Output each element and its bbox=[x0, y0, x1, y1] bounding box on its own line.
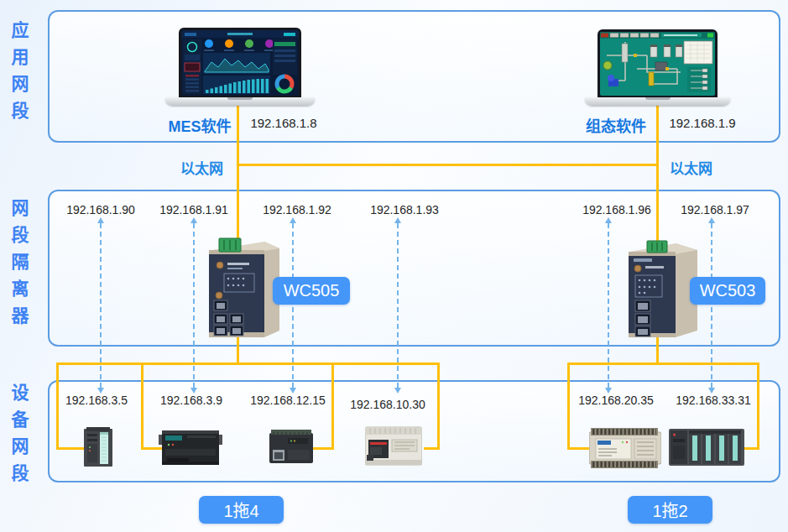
node-ip-3: 192.168.12.15 bbox=[237, 394, 338, 407]
wire-drop-6-stub bbox=[742, 447, 759, 450]
laptop-base bbox=[585, 97, 730, 106]
siemens-s7-300-plc bbox=[84, 427, 112, 468]
isolator-port-ip-1: 192.168.1.90 bbox=[50, 203, 151, 216]
scada-computer bbox=[585, 29, 730, 107]
isolator-port-ip-3: 192.168.1.92 bbox=[247, 203, 347, 216]
one-to-four-badge: 1拖4 bbox=[199, 496, 284, 524]
wc505-model-badge: WC505 bbox=[273, 277, 350, 305]
section-label-application: 应用网段 bbox=[8, 21, 29, 128]
wire-bus-right bbox=[567, 362, 759, 365]
network-topology-diagram: 应用网段 网段隔离器 设备网段 bbox=[0, 0, 788, 532]
mapping-arrow-6 bbox=[711, 223, 712, 388]
isolator-port-ip-2: 192.168.1.91 bbox=[144, 203, 244, 216]
delta-dvp-plc bbox=[589, 427, 661, 469]
wire-bus-left bbox=[56, 362, 440, 365]
mapping-arrow-2 bbox=[193, 223, 195, 388]
scada-hmi-screen bbox=[598, 29, 718, 98]
isolator-port-ip-5: 192.168.1.96 bbox=[566, 203, 667, 216]
wire-ethernet-backbone bbox=[237, 164, 659, 166]
mapping-arrow-5 bbox=[608, 223, 609, 388]
ethernet-label-right: 以太网 bbox=[670, 157, 712, 178]
wc505-gateway-device bbox=[202, 237, 279, 339]
mes-software-label: MES软件 bbox=[163, 114, 237, 136]
wire-drop-1-stub bbox=[56, 447, 87, 450]
scada-software-label: 组态软件 bbox=[580, 114, 652, 136]
node-ip-6: 192.168.33.31 bbox=[663, 394, 764, 407]
wc503-model-badge: WC503 bbox=[690, 277, 765, 305]
one-to-two-badge: 1拖2 bbox=[628, 496, 712, 524]
mes-ip: 192.168.1.8 bbox=[237, 116, 330, 130]
scada-ip: 192.168.1.9 bbox=[656, 116, 749, 130]
mapping-arrow-1 bbox=[100, 223, 102, 388]
ethernet-label-left: 以太网 bbox=[180, 157, 223, 178]
wc503-gateway-device bbox=[624, 240, 699, 339]
node-ip-5: 192.168.20.35 bbox=[566, 394, 666, 407]
mapping-arrow-4 bbox=[397, 223, 399, 388]
mes-dashboard-screen bbox=[179, 28, 301, 98]
siemens-s7-200-plc bbox=[159, 426, 222, 468]
mitsubishi-fx-plc bbox=[365, 425, 422, 468]
mes-dashboard-graphic bbox=[181, 30, 299, 96]
siemens-s7-1200-plc bbox=[269, 430, 313, 465]
mapping-arrow-3 bbox=[292, 223, 294, 388]
section-label-isolator: 网段隔离器 bbox=[8, 199, 29, 333]
laptop-base bbox=[165, 97, 315, 106]
isolator-port-ip-4: 192.168.1.93 bbox=[354, 203, 455, 216]
wire-drop-4-stub bbox=[424, 447, 440, 450]
node-ip-2: 192.168.3.9 bbox=[141, 394, 242, 407]
section-label-device: 设备网段 bbox=[8, 383, 29, 491]
wire-drop-3-stub bbox=[311, 447, 334, 450]
mes-computer bbox=[165, 28, 315, 107]
scada-hmi-graphic bbox=[600, 32, 715, 96]
mitsubishi-q-series-plc bbox=[669, 427, 744, 467]
isolator-port-ip-6: 192.168.1.97 bbox=[665, 203, 765, 216]
node-ip-1: 192.168.3.5 bbox=[46, 394, 147, 407]
node-ip-4: 192.168.10.30 bbox=[337, 398, 438, 411]
